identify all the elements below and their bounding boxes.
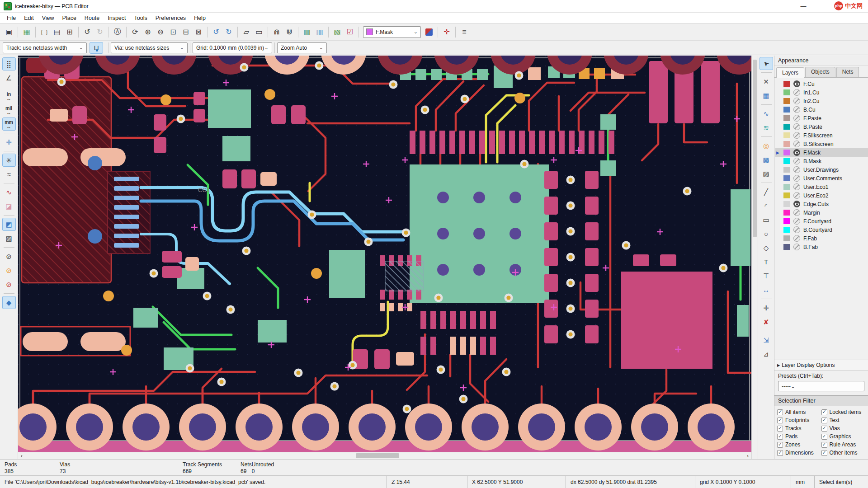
checkbox[interactable] [777, 442, 783, 448]
polar-coordinates-button[interactable]: ∠ [2, 71, 16, 84]
via-outline-mode-button[interactable]: ⊘ [2, 264, 16, 277]
measure-tool-button[interactable]: ⊿ [760, 347, 773, 361]
layer-color-swatch[interactable] [783, 115, 790, 121]
layer-row[interactable]: Margin [775, 208, 868, 217]
layer-color-swatch[interactable] [783, 167, 790, 173]
presets-dropdown[interactable]: ----- ⌄ [778, 381, 864, 391]
menu-item[interactable]: Edit [20, 14, 38, 23]
draw-polygon-tool-button[interactable]: ◇ [760, 241, 773, 254]
refresh-button[interactable]: ⟳ [129, 26, 142, 38]
save-button[interactable]: ▣ [3, 26, 15, 38]
checkbox[interactable] [777, 409, 783, 415]
layer-visibility-eye-icon[interactable] [793, 89, 800, 96]
selection-filter-item[interactable]: Tracks [777, 425, 821, 432]
add-textbox-tool-button[interactable]: ⊤ [760, 269, 773, 282]
checkbox[interactable] [777, 434, 783, 440]
layer-row[interactable]: B.Courtyard [775, 225, 868, 234]
route-tracks-tool-button[interactable]: ∿ [760, 107, 773, 120]
units-mils-button[interactable]: mil↔ [2, 103, 16, 117]
selection-filter-item[interactable]: All items [777, 409, 821, 415]
highlight-net-tool-button[interactable]: ✕ [760, 75, 773, 88]
tab-objects[interactable]: Objects [805, 67, 835, 77]
add-via-tool-button[interactable]: ◎ [760, 139, 773, 152]
layer-row[interactable]: User.Comments [775, 174, 868, 183]
layer-display-options[interactable]: ▶ Layer Display Options [774, 360, 868, 371]
selection-filter-item[interactable]: Dimensions [777, 450, 821, 456]
checkbox[interactable] [777, 426, 783, 432]
rotate-ccw-button[interactable]: ↺ [210, 26, 222, 38]
vertical-scrollbar[interactable] [751, 56, 758, 459]
layer-color-swatch[interactable] [783, 81, 790, 87]
layer-row[interactable]: F.Paste [775, 114, 868, 122]
drc-button[interactable]: ☑ [344, 26, 356, 38]
draw-line-tool-button[interactable]: ╱ [760, 185, 773, 198]
layer-color-swatch[interactable] [783, 158, 790, 164]
route-differential-pairs-tool-button[interactable]: ≋ [760, 121, 773, 134]
checkbox[interactable] [777, 450, 783, 456]
footprint-editor-button[interactable]: ▥ [301, 26, 313, 38]
layer-row[interactable]: F.Silkscreen [775, 131, 868, 140]
menu-item[interactable]: Preferences [151, 14, 190, 23]
layer-row[interactable]: User.Eco1 [775, 183, 868, 191]
layer-row[interactable]: B.Silkscreen [775, 140, 868, 148]
import-graphics-tool-button[interactable]: ⇲ [760, 333, 773, 347]
footprint-browser-button[interactable]: ▥ [313, 26, 326, 38]
ungroup-button[interactable]: ▭ [253, 26, 265, 38]
layer-row[interactable]: B.Paste [775, 122, 868, 131]
auto-track-width-button[interactable]: ⊔ [90, 42, 103, 54]
layer-visibility-eye-icon[interactable] [793, 158, 800, 164]
checkbox[interactable] [821, 442, 827, 448]
active-layer-selector[interactable]: F.Mask ⌄ [363, 26, 421, 38]
cursor-shape-button[interactable]: ✛ [2, 136, 16, 149]
layer-visibility-eye-icon[interactable] [793, 166, 800, 173]
layer-visibility-eye-icon[interactable] [793, 235, 800, 242]
layer-visibility-eye-icon[interactable] [793, 192, 800, 199]
layer-color-swatch[interactable] [783, 89, 790, 95]
layer-color-swatch[interactable] [783, 184, 790, 190]
layer-row[interactable]: F.Courtyard [775, 217, 868, 225]
layer-color-swatch[interactable] [783, 210, 790, 216]
layer-visibility-eye-icon[interactable] [793, 98, 800, 104]
plot-button[interactable]: ⊞ [63, 26, 76, 38]
layer-visibility-eye-icon[interactable] [793, 183, 800, 190]
layer-color-swatch[interactable] [783, 124, 790, 130]
undo-button[interactable]: ↺ [81, 26, 94, 38]
layer-row[interactable]: In1.Cu [775, 88, 868, 97]
layer-visibility-eye-icon[interactable] [793, 209, 800, 216]
grid-dropdown[interactable]: Grid: 0.1000 mm (0.0039 in) ⌄ [193, 42, 272, 53]
router-options-button[interactable]: ✛ [440, 26, 453, 38]
selection-filter-item[interactable]: Text [821, 417, 866, 423]
footprint-outline-mode-button[interactable]: ⊘ [2, 250, 16, 263]
draw-circle-tool-button[interactable]: ○ [760, 227, 773, 240]
scroll-right-icon[interactable]: › [744, 453, 751, 459]
layer-color-swatch[interactable] [783, 201, 790, 207]
add-dimension-tool-button[interactable]: ↔ [760, 283, 773, 296]
layer-color-swatch[interactable] [783, 218, 790, 224]
layer-color-swatch[interactable] [783, 175, 790, 181]
layer-color-swatch[interactable] [783, 107, 790, 113]
unlock-button[interactable]: ⋓ [283, 26, 296, 38]
layer-row[interactable]: In2.Cu [775, 97, 868, 105]
redo-button[interactable]: ↻ [94, 26, 106, 38]
zone-outline-display-button[interactable]: ▨ [2, 232, 16, 245]
selection-filter-item[interactable]: Vias [821, 425, 866, 432]
zoom-objects-button[interactable]: ⊟ [179, 26, 192, 38]
menu-item[interactable]: File [3, 14, 20, 23]
page-settings-button[interactable]: ▢ [38, 26, 51, 38]
pcb-canvas[interactable]: CC1 [18, 56, 751, 452]
layer-row[interactable]: User.Drawings [775, 165, 868, 174]
zone-fill-display-button[interactable]: ◩ [2, 218, 16, 231]
curved-ratsnest-button[interactable]: ≈ [2, 168, 16, 181]
hscroll-thumb[interactable] [356, 453, 399, 458]
track-width-dropdown[interactable]: Track: use netclass width ⌄ [3, 42, 87, 53]
add-filled-zone-tool-button[interactable]: ▨ [760, 167, 773, 180]
layer-row[interactable]: B.Fab [775, 243, 868, 251]
layer-row[interactable]: B.Mask [775, 157, 868, 165]
toggle-grid-button[interactable]: ⣿ [2, 57, 16, 70]
layer-visibility-eye-icon[interactable] [793, 149, 800, 156]
layer-row[interactable]: F.Fab [775, 234, 868, 243]
layer-row[interactable]: F.Cu [775, 80, 868, 88]
layer-visibility-eye-icon[interactable] [793, 141, 800, 147]
zoom-in-button[interactable]: ⊕ [142, 26, 154, 38]
menu-item[interactable]: View [38, 14, 58, 23]
